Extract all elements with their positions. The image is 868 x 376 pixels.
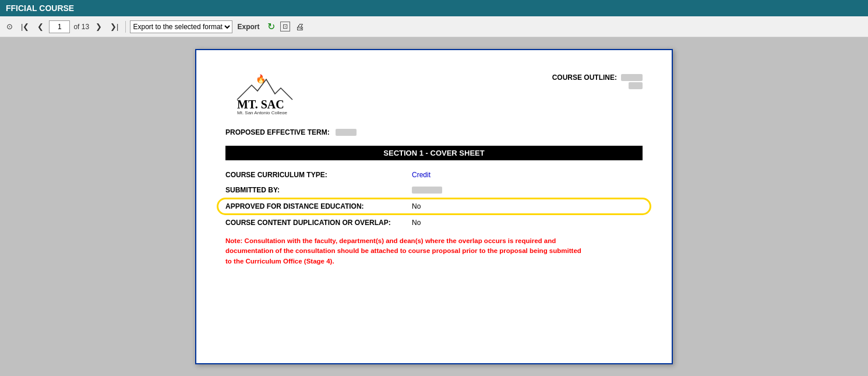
overlap-note: Note: Consultation with the faculty, dep… — [225, 236, 587, 266]
logo-area: 🔥 MT. SAC Mt. San Antonio College COURSE… — [225, 73, 643, 117]
submitted-by-value — [412, 187, 442, 194]
title-text: FFICIAL COURSE — [6, 3, 74, 13]
proposed-term-row: PROPOSED EFFECTIVE TERM: — [225, 128, 643, 136]
distance-education-value: No — [412, 202, 421, 210]
course-outline-value — [621, 74, 643, 81]
main-area: 🔥 MT. SAC Mt. San Antonio College COURSE… — [0, 37, 868, 376]
title-bar: FFICIAL COURSE — [0, 0, 868, 16]
section-header: SECTION 1 - COVER SHEET — [225, 146, 643, 160]
mtsac-logo-svg: 🔥 MT. SAC Mt. San Antonio College — [225, 73, 301, 114]
proposed-term-label: PROPOSED EFFECTIVE TERM: — [225, 128, 330, 136]
refresh-button[interactable]: ↻ — [264, 19, 278, 34]
page-total: of 13 — [73, 23, 89, 31]
curriculum-type-label: COURSE CURRICULUM TYPE: — [225, 171, 412, 179]
find-icon: ⊡ — [283, 23, 288, 30]
curriculum-type-row: COURSE CURRICULUM TYPE: Credit — [225, 167, 643, 182]
svg-text:Mt. San Antonio College: Mt. San Antonio College — [237, 110, 287, 114]
proposed-term-value — [336, 129, 357, 136]
document-page: 🔥 MT. SAC Mt. San Antonio College COURSE… — [195, 49, 673, 364]
svg-text:MT. SAC: MT. SAC — [237, 98, 284, 111]
course-outline-value-2 — [629, 82, 643, 89]
course-outline-label: COURSE OUTLINE: — [552, 73, 617, 82]
duplication-row: COURSE CONTENT DUPLICATION OR OVERLAP: N… — [225, 215, 643, 230]
curriculum-type-value: Credit — [412, 171, 431, 179]
prev-page-button[interactable]: ❮ — [34, 20, 47, 33]
back-button[interactable]: ⊙ — [3, 20, 16, 33]
logo-block: 🔥 MT. SAC Mt. San Antonio College — [225, 73, 301, 117]
toolbar-separator-1 — [125, 21, 126, 33]
next-page-button[interactable]: ❯ — [93, 20, 105, 33]
export-format-select[interactable]: Export to the selected format PDF Excel … — [130, 20, 232, 33]
submitted-by-row: SUBMITTED BY: — [225, 182, 643, 198]
duplication-value: No — [412, 219, 421, 227]
find-button[interactable]: ⊡ — [280, 22, 290, 31]
print-button[interactable]: 🖨 — [292, 20, 307, 33]
page-number-input[interactable]: 1 — [49, 20, 70, 33]
submitted-by-label: SUBMITTED BY: — [225, 186, 412, 194]
last-page-button[interactable]: ❯| — [107, 20, 121, 33]
first-page-button[interactable]: |❮ — [18, 20, 32, 33]
duplication-label: COURSE CONTENT DUPLICATION OR OVERLAP: — [225, 219, 412, 227]
export-button[interactable]: Export — [235, 22, 262, 32]
toolbar: ⊙ |❮ ❮ 1 of 13 ❯ ❯| Export to the select… — [0, 16, 868, 37]
distance-education-row: APPROVED FOR DISTANCE EDUCATION: No — [225, 199, 643, 214]
course-outline-block: COURSE OUTLINE: — [552, 73, 643, 90]
distance-education-label: APPROVED FOR DISTANCE EDUCATION: — [225, 202, 412, 210]
